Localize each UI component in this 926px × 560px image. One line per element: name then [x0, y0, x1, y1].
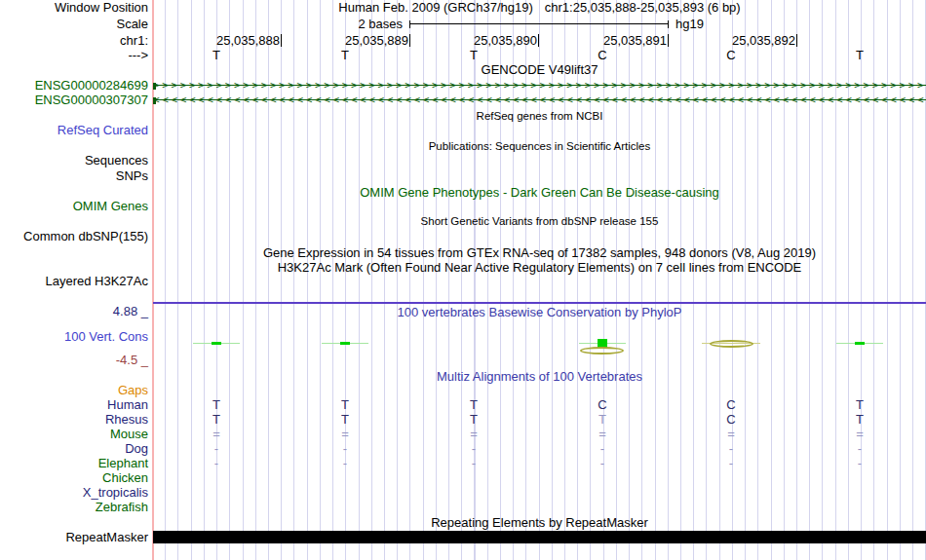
conservation-score-dash: [340, 342, 350, 345]
multiz-cell: -: [207, 442, 226, 455]
conservation-track-title[interactable]: 100 vertebrates Basewise Conservation by…: [153, 306, 926, 318]
snps-track-label[interactable]: SNPs: [0, 169, 148, 182]
base-letter: C: [721, 49, 741, 61]
multiz-cell: T: [464, 413, 483, 426]
multiz-cell: -: [850, 442, 869, 455]
publications-track-title[interactable]: Publications: Sequences in Scientific Ar…: [153, 140, 926, 153]
repeatmasker-label[interactable]: RepeatMasker: [0, 531, 148, 543]
multiz-label-human[interactable]: Human: [0, 398, 148, 411]
base-letter: T: [207, 49, 226, 61]
multiz-cell: C: [593, 398, 612, 411]
base-letter: T: [335, 49, 355, 61]
multiz-cell: -: [335, 457, 355, 469]
multiz-track-title[interactable]: Multiz Alignments of 100 Vertebrates: [153, 370, 926, 383]
multiz-cell: C: [721, 398, 741, 411]
window-position-bar: Human Feb. 2009 (GRCh37/hg19) chr1:25,03…: [153, 1, 926, 14]
multiz-cell: -: [464, 442, 483, 455]
track-divider-line: [153, 302, 926, 304]
multiz-label-mouse[interactable]: Mouse: [0, 428, 148, 440]
gene-arrows-ENSG00000307307[interactable]: <<<<<<<<<<<<<<<<<<<<<<<<<<<<<<<<<<<<<<<<…: [153, 94, 926, 106]
ruler-tick: 25,035,889: [321, 34, 410, 47]
reference-sequence-row: TTTCCT: [0, 49, 926, 62]
base-letter: T: [850, 49, 869, 61]
multiz-label-gaps[interactable]: Gaps: [0, 384, 148, 396]
multiz-label-dog[interactable]: Dog: [0, 442, 148, 455]
multiz-cell: T: [207, 398, 226, 411]
multiz-cell: T: [207, 413, 226, 426]
base-letter: C: [593, 49, 612, 61]
multiz-cell: T: [464, 398, 483, 411]
gene-arrows-ENSG00000284699[interactable]: >>>>>>>>>>>>>>>>>>>>>>>>>>>>>>>>>>>>>>>>…: [153, 80, 926, 92]
multiz-label-chicken[interactable]: Chicken: [0, 471, 148, 484]
ruler-tick: 25,035,888: [192, 34, 282, 47]
genome-browser-view: Window Position Human Feb. 2009 (GRCh37/…: [0, 0, 926, 560]
multiz-cell: T: [335, 413, 355, 426]
conservation-score-dash: [855, 342, 865, 345]
refseq-curated-label[interactable]: RefSeq Curated: [0, 124, 148, 136]
multiz-cell: T: [335, 398, 355, 411]
base-letter: T: [464, 49, 483, 61]
multiz-cell: T: [850, 398, 869, 411]
scale-row-label: Scale: [0, 18, 148, 30]
multiz-cell: -: [464, 457, 483, 469]
omim-genes-label[interactable]: OMIM Genes: [0, 200, 148, 212]
multiz-cell: =: [207, 428, 226, 440]
common-dbsnp-label[interactable]: Common dbSNP(155): [0, 230, 148, 243]
multiz-cell: -: [593, 442, 612, 455]
sequences-track-label[interactable]: Sequences: [0, 154, 148, 167]
conservation-max-value: 4.88 _: [0, 305, 148, 317]
position-range: chr1:25,035,888-25,035,893 (6 bp): [545, 1, 741, 14]
multiz-label-rhesus[interactable]: Rhesus: [0, 413, 148, 426]
multiz-cell: T: [593, 413, 612, 426]
gene-exon-block: [153, 83, 156, 90]
ruler-tick: 25,035,892: [708, 34, 797, 47]
gene-label-ENSG00000307307[interactable]: ENSG00000307307: [0, 93, 148, 106]
scale-value: 2 bases: [153, 18, 403, 30]
repeatmasker-element-bar[interactable]: [153, 531, 926, 543]
conservation-ellipse: [580, 347, 624, 355]
multiz-cell: =: [593, 428, 612, 440]
multiz-cell: -: [335, 442, 355, 455]
conservation-score-dash: [212, 342, 221, 345]
conservation-min-value: -4.5 _: [0, 354, 148, 366]
multiz-cell: =: [464, 428, 483, 440]
scale-bar-line: [410, 23, 668, 24]
scale-bar: [409, 20, 669, 28]
ruler-tick: 25,035,890: [449, 34, 539, 47]
conservation-track-label[interactable]: 100 Vert. Cons: [0, 330, 148, 343]
repeatmasker-track-title[interactable]: Repeating Elements by RepeatMasker: [153, 516, 926, 529]
dbsnp-track-title[interactable]: Short Genetic Variants from dbSNP releas…: [153, 215, 926, 228]
multiz-cell: -: [850, 457, 869, 469]
multiz-cell: -: [593, 457, 612, 469]
gtex-track-title[interactable]: Gene Expression in 54 tissues from GTEx …: [153, 246, 926, 259]
multiz-cell: =: [850, 428, 869, 440]
multiz-label-x_tropicalis[interactable]: X_tropicalis: [0, 486, 148, 499]
h3k27ac-track-title[interactable]: H3K27Ac Mark (Often Found Near Active Re…: [153, 261, 926, 274]
assembly-name: Human Feb. 2009 (GRCh37/hg19): [338, 1, 532, 14]
window-position-label: Window Position: [0, 1, 148, 14]
multiz-cell: C: [721, 413, 741, 426]
multiz-cell: -: [721, 457, 741, 469]
multiz-cell: -: [721, 442, 741, 455]
layered-h3k27ac-label[interactable]: Layered H3K27Ac: [0, 275, 148, 287]
gencode-track-title[interactable]: GENCODE V49lift37: [153, 63, 926, 76]
ruler-tick: 25,035,891: [579, 34, 669, 47]
multiz-cell: =: [335, 428, 355, 440]
refseq-track-title[interactable]: RefSeq genes from NCBI: [153, 110, 926, 123]
genome-tag: hg19: [675, 18, 704, 30]
multiz-cell: -: [207, 457, 226, 469]
multiz-label-zebrafish[interactable]: Zebrafish: [0, 501, 148, 513]
position-ruler: 25,035,88825,035,88925,035,89025,035,891…: [0, 34, 926, 48]
gene-exon-block: [153, 97, 156, 104]
multiz-cell: =: [721, 428, 741, 440]
multiz-cell: T: [850, 413, 869, 426]
gene-label-ENSG00000284699[interactable]: ENSG00000284699: [0, 79, 148, 92]
multiz-label-elephant[interactable]: Elephant: [0, 457, 148, 469]
omim-track-title[interactable]: OMIM Gene Phenotypes - Dark Green Can Be…: [153, 186, 926, 199]
conservation-ellipse: [710, 340, 753, 348]
